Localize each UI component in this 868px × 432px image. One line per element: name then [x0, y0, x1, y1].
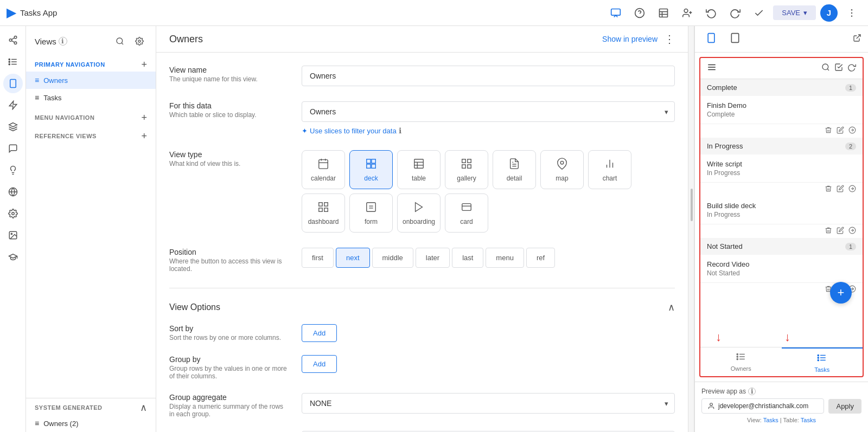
position-middle-btn[interactable]: middle [372, 248, 413, 268]
build-slide-next-btn[interactable] [848, 227, 856, 236]
preview-view-link[interactable]: Tasks [763, 417, 778, 423]
position-first-btn[interactable]: first [302, 248, 334, 268]
view-name-label: View name [169, 66, 289, 74]
show-in-preview-button[interactable]: Show in preview [602, 35, 658, 43]
view-type-calendar-btn[interactable]: calendar [302, 150, 345, 189]
write-script-edit-btn[interactable] [837, 185, 844, 194]
preview-table-link[interactable]: Tasks [801, 417, 816, 423]
sidebar-settings-btn[interactable] [132, 34, 147, 49]
preview-external-btn[interactable] [853, 34, 861, 44]
preview-refresh-icon[interactable] [847, 63, 856, 74]
nav-layers-btn[interactable] [3, 117, 23, 137]
nav-graduation-btn[interactable] [3, 247, 23, 267]
finish-demo-next-btn[interactable] [848, 126, 856, 136]
write-script-delete-btn[interactable] [825, 185, 832, 194]
slice-link[interactable]: ✦ Use slices to filter your data ℹ [302, 126, 675, 135]
sidebar-item-tasks[interactable]: ≡ Tasks [26, 89, 156, 106]
group-by-add-btn[interactable]: Add [302, 355, 337, 373]
sort-by-label: Sort by [169, 324, 289, 333]
nav-phone-btn[interactable] [3, 74, 23, 93]
position-later-btn[interactable]: later [416, 248, 450, 268]
build-slide-delete-btn[interactable] [825, 227, 832, 236]
svg-point-100 [710, 403, 713, 406]
build-slide-edit-btn[interactable] [837, 227, 844, 236]
reference-views-add-btn[interactable]: + [141, 131, 147, 141]
position-control: first next middle later last menu ref [302, 248, 675, 268]
nav-chat-btn[interactable] [3, 139, 23, 158]
complete-group-badge: 1 [845, 84, 856, 92]
view-type-dashboard-btn[interactable]: dashboard [302, 194, 345, 233]
view-type-form-btn[interactable]: form [349, 194, 393, 233]
nav-lightning-btn[interactable] [3, 95, 23, 115]
preview-menu-icon[interactable] [707, 62, 717, 74]
preview-task-build-slide-deck: Build slide deck In Progress [700, 196, 863, 224]
help-icon-btn[interactable] [630, 3, 649, 23]
view-options-collapse-btn[interactable]: ∧ [668, 301, 675, 313]
preview-check-icon[interactable] [834, 63, 843, 74]
primary-nav-add-btn[interactable]: + [141, 60, 147, 69]
sidebar-item-owners[interactable]: ≡ Owners [26, 72, 156, 89]
content-more-btn[interactable]: ⋮ [664, 33, 675, 46]
menu-nav-add-btn[interactable]: + [141, 113, 147, 122]
check-icon-btn[interactable] [749, 3, 769, 23]
preview-tab-mobile-btn[interactable] [701, 30, 721, 48]
view-type-chart-btn[interactable]: chart [588, 150, 631, 189]
table-icon-btn[interactable] [654, 3, 673, 23]
topbar: ▶ Tasks App SAVE ▾ J [0, 0, 868, 26]
position-next-btn[interactable]: next [336, 248, 370, 268]
sort-by-add-btn[interactable]: Add [302, 324, 337, 342]
position-last-btn[interactable]: last [452, 248, 483, 268]
preview-group-inprogress: In Progress 2 [700, 138, 863, 154]
system-generated-collapse-btn[interactable]: ∧ [140, 403, 147, 412]
onboarding-label: onboarding [403, 218, 435, 225]
preview-search-icon[interactable] [821, 63, 830, 74]
nav-globe-btn[interactable] [3, 182, 23, 202]
nav-image-btn[interactable] [3, 225, 23, 245]
position-ref-btn[interactable]: ref [526, 248, 555, 268]
view-type-onboarding-btn[interactable]: onboarding [397, 194, 441, 233]
monitor-icon-btn[interactable] [606, 3, 626, 23]
view-type-gallery-btn[interactable]: gallery [445, 150, 488, 189]
primary-nav-section: PRIMARY NAVIGATION + [26, 53, 156, 72]
nav-list-btn[interactable] [3, 52, 23, 72]
complete-group-label: Complete [707, 83, 737, 92]
svg-point-32 [11, 212, 14, 215]
preview-apply-btn[interactable]: Apply [828, 399, 861, 414]
undo-icon-btn[interactable] [701, 3, 721, 23]
view-type-card-btn[interactable]: card [445, 194, 488, 233]
write-script-next-btn[interactable] [848, 185, 856, 194]
more-options-btn[interactable] [842, 3, 861, 23]
preview-nav-tasks-btn[interactable]: Tasks [782, 347, 863, 376]
nav-bulb-btn[interactable] [3, 160, 23, 180]
sidebar-search-btn[interactable] [112, 34, 127, 49]
svg-marker-26 [9, 101, 17, 109]
finish-demo-delete-btn[interactable] [825, 126, 832, 136]
person-add-icon-btn[interactable] [678, 3, 697, 23]
svg-line-16 [11, 41, 14, 42]
save-button[interactable]: SAVE ▾ [773, 5, 816, 20]
view-name-input[interactable] [302, 66, 675, 86]
finish-demo-edit-btn[interactable] [837, 126, 844, 136]
redo-icon-btn[interactable] [725, 3, 745, 23]
owners-nav-icon [736, 352, 746, 364]
calendar-label: calendar [311, 175, 336, 182]
nav-share-btn[interactable] [3, 30, 23, 50]
svg-point-23 [9, 63, 10, 65]
svg-rect-63 [319, 208, 322, 211]
view-type-table-btn[interactable]: table [397, 150, 441, 189]
position-menu-btn[interactable]: menu [486, 248, 524, 268]
for-this-data-select[interactable]: Owners [302, 101, 675, 122]
svg-rect-44 [367, 164, 371, 167]
group-aggregate-select[interactable]: NONE [302, 393, 675, 414]
avatar[interactable]: J [820, 4, 838, 22]
gallery-label: gallery [457, 175, 476, 182]
preview-nav-owners-btn[interactable]: Owners [700, 347, 782, 376]
preview-add-fab[interactable]: + [830, 282, 852, 304]
for-this-data-select-wrapper: Owners [302, 101, 675, 122]
sidebar-item-owners-system[interactable]: ≡ Owners (2) [26, 415, 156, 432]
view-type-detail-btn[interactable]: detail [493, 150, 536, 189]
nav-settings-btn[interactable] [3, 204, 23, 223]
preview-tab-tablet-btn[interactable] [725, 30, 745, 48]
view-type-map-btn[interactable]: map [540, 150, 584, 189]
view-type-deck-btn[interactable]: deck [349, 150, 393, 189]
